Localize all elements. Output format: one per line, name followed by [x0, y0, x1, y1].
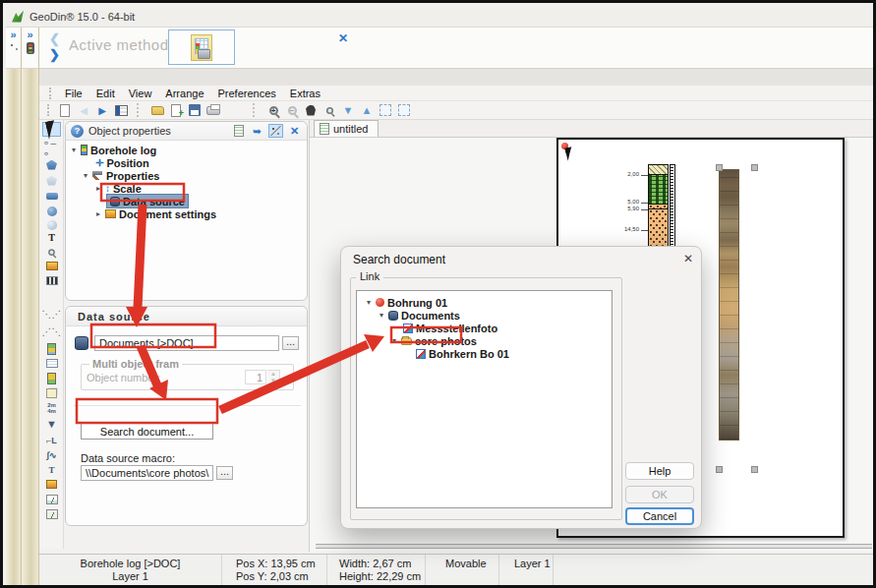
new-document-button[interactable] — [56, 102, 74, 118]
chevron-down-icon[interactable]: ▾ — [378, 311, 385, 320]
tree-item-data-source[interactable]: Data source — [66, 195, 307, 207]
macro-field[interactable]: \\Documents\core photos\ — [81, 465, 213, 481]
collapsed-panel-strip-2[interactable]: » — [22, 28, 39, 586]
ok-button[interactable]: OK — [625, 486, 694, 503]
link-mode-icon[interactable] — [268, 124, 283, 138]
selection-handle[interactable] — [751, 466, 758, 473]
chevron-down-icon[interactable]: ▾ — [390, 336, 398, 345]
print-button[interactable] — [204, 102, 222, 118]
text-tool[interactable]: T — [42, 230, 61, 245]
apply-icon[interactable]: ➥ — [250, 124, 264, 138]
text-column-tool[interactable]: T — [42, 462, 61, 477]
layer-list-tool[interactable] — [42, 385, 61, 400]
previous-method-icon[interactable]: ❮ — [49, 31, 60, 46]
project-tree-icon[interactable] — [9, 42, 19, 52]
menu-arrange[interactable]: Arrange — [158, 87, 210, 100]
open-button[interactable] — [148, 102, 166, 118]
core-photo-frame[interactable] — [719, 169, 739, 441]
tree-item-documents[interactable]: ▾ Documents — [357, 309, 612, 322]
zoom-page-down-button[interactable]: ▼ — [339, 102, 357, 118]
add-document-button[interactable]: + — [167, 102, 185, 118]
tree-item-properties[interactable]: ▾ Properties — [66, 169, 307, 182]
water-level-tool[interactable]: ▼ — [42, 416, 61, 431]
zoom-page-up-button[interactable]: ▲ — [358, 102, 376, 118]
collapsed-panel-strip-1[interactable]: » — [6, 28, 22, 586]
active-method-button[interactable]: ✕ — [168, 29, 235, 65]
help-icon[interactable]: ? — [71, 125, 84, 138]
zoom-in-button[interactable]: + — [264, 102, 282, 118]
horizontal-scrollbar[interactable] — [316, 544, 872, 549]
expand-panel-icon[interactable]: » — [27, 29, 32, 39]
tree-item-position[interactable]: ✛ Position — [66, 156, 307, 169]
curve-tool[interactable]: ∫∿ — [42, 447, 61, 462]
magnifier-tool[interactable] — [42, 245, 61, 260]
browse-macro-button[interactable]: ... — [216, 466, 233, 480]
sample-column-tool[interactable] — [42, 371, 61, 385]
close-panel-icon[interactable]: ✕ — [287, 124, 302, 138]
menu-extras[interactable]: Extras — [283, 87, 327, 100]
chevron-right-icon[interactable]: ▸ — [94, 184, 102, 193]
pan-button[interactable] — [302, 102, 320, 118]
connector-tool[interactable]: ⚬–⚬ — [42, 141, 61, 155]
document-tab-bar: untitled — [310, 120, 876, 138]
fit-width-button[interactable] — [395, 102, 413, 118]
tree-item-document-settings[interactable]: ▸ Document settings — [66, 207, 307, 220]
data-source-panel: Data source Documents [>DOC] ... Multi o… — [65, 306, 308, 526]
table-frame-tool[interactable] — [42, 356, 61, 371]
rectangle-tool[interactable] — [42, 189, 61, 204]
browse-data-source-button[interactable]: ... — [282, 336, 299, 350]
tree-item-bohrung-01[interactable]: ▾ Bohrung 01 — [357, 296, 612, 309]
expand-panel-icon[interactable]: » — [10, 29, 16, 39]
search-document-button[interactable]: Search document... — [81, 423, 213, 440]
data-source-field[interactable]: Documents [>DOC] — [94, 335, 279, 351]
selection-handle[interactable] — [716, 164, 723, 171]
polygon-tool[interactable] — [42, 157, 61, 172]
photo-frame-tool[interactable] — [42, 477, 61, 492]
zoom-selection-button[interactable] — [321, 102, 338, 118]
chart-alt-tool[interactable] — [42, 506, 61, 521]
tree-item-scale[interactable]: ▸ ↕ Scale — [66, 182, 307, 195]
menu-file[interactable]: File — [58, 87, 89, 100]
back-button[interactable]: ◀ — [75, 102, 92, 118]
select-group-tool[interactable]: ⋰⋱ — [42, 324, 61, 339]
forward-button[interactable]: ▶ — [93, 102, 111, 118]
chevron-down-icon[interactable]: ▾ — [82, 171, 89, 180]
selection-handle[interactable] — [716, 466, 723, 473]
selection-handle[interactable] — [751, 164, 758, 171]
tree-item-bohrkern-bo-01[interactable]: Bohrkern Bo 01 — [357, 347, 612, 360]
menu-edit[interactable]: Edit — [89, 87, 122, 100]
methods-icon[interactable] — [27, 42, 34, 54]
app-logo-icon — [12, 11, 24, 23]
close-method-icon[interactable]: ✕ — [338, 31, 348, 45]
image-tool[interactable] — [42, 259, 61, 273]
fit-page-button[interactable] — [377, 102, 394, 118]
window-layout-button[interactable] — [112, 102, 130, 118]
chevron-down-icon[interactable]: ▾ — [365, 298, 373, 307]
help-button[interactable]: Help — [625, 462, 694, 480]
film-tool[interactable] — [42, 273, 61, 288]
cancel-button[interactable]: Cancel — [625, 507, 694, 525]
object-number-input[interactable]: 1 — [245, 370, 266, 384]
zoom-out-button[interactable]: − — [283, 102, 301, 118]
spinner-arrows[interactable]: ▲▼ — [267, 370, 280, 384]
tree-item-messstellenfoto[interactable]: Messstellenfoto — [357, 322, 612, 334]
tab-untitled[interactable]: untitled — [314, 120, 379, 137]
select-tool[interactable] — [42, 122, 61, 137]
polygon-alt-tool[interactable] — [42, 173, 61, 188]
step-curve-tool[interactable]: ⌐L — [42, 433, 61, 447]
save-button[interactable] — [186, 102, 204, 118]
tree-item-core-photos[interactable]: ▾ core photos — [357, 334, 612, 347]
chevron-down-icon[interactable]: ▾ — [70, 146, 78, 154]
report-icon[interactable] — [231, 124, 246, 138]
menu-view[interactable]: View — [122, 87, 159, 100]
next-method-icon[interactable]: ❯ — [49, 47, 60, 62]
tree-item-borehole-log[interactable]: ▾ Borehole log — [66, 144, 307, 156]
select-objects-tool[interactable]: ⋱⋰ — [42, 307, 61, 322]
ellipse-tool[interactable] — [42, 204, 61, 218]
chart-tool[interactable] — [42, 492, 61, 506]
menu-preferences[interactable]: Preferences — [211, 87, 283, 100]
chevron-right-icon[interactable]: ▸ — [94, 209, 102, 218]
depth-scale-tool[interactable]: 2m4m — [42, 400, 61, 415]
strat-column-tool[interactable] — [42, 341, 61, 356]
close-dialog-icon[interactable]: ✕ — [680, 252, 696, 265]
